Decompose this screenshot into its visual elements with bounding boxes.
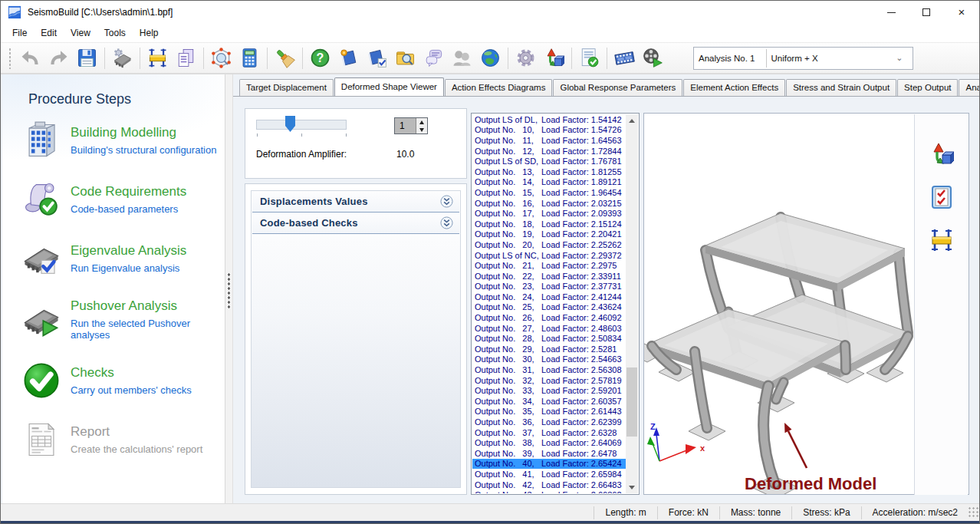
output-row[interactable]: Output No. 13,Load Factor: 1.81255 [472,166,626,177]
tab-action-effects-diagrams[interactable]: Action Effects Diagrams [445,79,553,96]
output-row[interactable]: Output No. 32,Load Factor: 2.57819 [472,375,626,386]
paintbrush-button[interactable] [271,46,299,71]
menu-item-help[interactable]: Help [133,25,166,41]
analysis-combobox[interactable]: Uniform + X ⌄ [766,49,908,68]
menu-item-tools[interactable]: Tools [97,25,133,41]
menu-item-view[interactable]: View [64,25,97,41]
calculator-button[interactable] [235,46,264,71]
tab-global-response-parameters[interactable]: Global Response Parameters [553,79,682,96]
manual-check-book-button[interactable] [363,46,391,71]
output-row[interactable]: Output No. 37,Load Factor: 2.6328 [472,427,626,438]
tab-element-action-effects[interactable]: Element Action Effects [683,79,785,96]
resize-grip[interactable] [968,507,979,518]
undo-button[interactable] [16,46,44,71]
output-row[interactable]: Output No. 23,Load Factor: 2.37731 [472,282,626,292]
output-row[interactable]: Output No. 39,Load Factor: 2.6478 [472,448,626,459]
tab-stress-and-strain-output[interactable]: Stress and Strain Output [786,79,896,96]
deformed-model-viewport[interactable]: Z x Deformed Model [643,113,969,495]
output-row[interactable]: Output No. 10,Load Factor: 1.54726 [472,125,626,136]
output-row[interactable]: Output No. 12,Load Factor: 1.72844 [472,146,626,157]
output-row[interactable]: Output No. 25,Load Factor: 2.43624 [472,302,626,313]
output-row[interactable]: Output No. 28,Load Factor: 2.50834 [472,333,626,344]
output-row[interactable]: Output No. 11,Load Factor: 1.64563 [472,135,626,146]
help-button[interactable]: ? [306,46,334,71]
redo-button[interactable] [44,46,73,71]
tab-deformed-shape-viewer[interactable]: Deformed Shape Viewer [334,77,444,96]
checks-list-button[interactable] [928,183,955,211]
tab-target-displacement[interactable]: Target Displacement [239,79,334,96]
output-row[interactable]: Output No. 18,Load Factor: 2.15124 [472,219,626,229]
output-row[interactable]: Output No. 30,Load Factor: 2.54663 [472,354,626,365]
output-row[interactable]: Output No. 33,Load Factor: 2.59201 [472,385,626,396]
close-button[interactable]: × [944,1,979,24]
output-row[interactable]: Output No. 21,Load Factor: 2.2975 [472,260,626,271]
output-row[interactable]: Output No. 19,Load Factor: 2.20421 [472,229,626,240]
settings-gear-button[interactable] [511,46,540,71]
tab-analysis-logs[interactable]: Analysis Logs [959,79,980,96]
frame-elements-button[interactable] [143,46,172,71]
double-chevron-icon[interactable] [440,216,453,229]
double-chevron-icon[interactable] [440,195,453,208]
amplifier-spinner[interactable]: 1 [394,117,428,134]
sidebar-item-code-requirements[interactable]: Code Requirements Code-based parameters [22,180,225,219]
tab-step-output[interactable]: Step Output [897,79,958,96]
output-row[interactable]: Output No. 43,Load Factor: 2.66862 [472,489,626,493]
sidebar-splitter[interactable] [225,74,233,503]
output-row[interactable]: Output LS of SD,Load Factor: 1.76781 [472,156,626,166]
output-row[interactable]: Output No. 29,Load Factor: 2.5281 [472,344,626,354]
title-bar[interactable]: SeismoBuild [C:\Users\admin\1.bpf] × [1,1,979,24]
deformed-shape-button[interactable] [540,46,568,71]
spinner-up-button[interactable] [416,118,427,126]
copy-documents-button[interactable] [172,46,200,71]
sidebar-item-checks[interactable]: Checks Carry out members' checks [22,361,225,400]
output-row[interactable]: Output No. 22,Load Factor: 2.33911 [472,271,626,282]
section-code-based-checks[interactable]: Code-based Checks [252,213,459,234]
globe-button[interactable] [476,46,505,71]
spinner-down-button[interactable] [416,126,427,133]
output-row[interactable]: Output No. 27,Load Factor: 2.48603 [472,323,626,334]
output-row[interactable]: Output No. 40,Load Factor: 2.65424 [472,459,626,470]
output-row[interactable]: Output No. 16,Load Factor: 2.03215 [472,198,626,209]
output-row[interactable]: Output No. 24,Load Factor: 2.41244 [472,292,626,302]
output-row[interactable]: Output LS of NC,Load Factor: 2.29372 [472,250,626,261]
output-row[interactable]: Output No. 42,Load Factor: 2.66483 [472,480,626,490]
output-row[interactable]: Output No. 15,Load Factor: 1.96454 [472,187,626,198]
deformed-shape-view-button[interactable] [928,140,955,168]
film-strip-button[interactable] [610,46,639,71]
minimize-button[interactable] [873,1,909,24]
menu-item-file[interactable]: File [5,25,34,41]
scroll-up-button[interactable] [626,114,638,127]
section-displacements-values[interactable]: Displacements Values [252,191,459,213]
output-row[interactable]: Output No. 14,Load Factor: 1.89121 [472,177,626,188]
scroll-down-button[interactable] [626,481,638,493]
sidebar-item-building-modelling[interactable]: Building Modelling Building's structural… [22,121,225,160]
tutorial-book-button[interactable] [334,46,363,71]
model-3d-view-button[interactable] [207,46,235,71]
list-scrollbar[interactable] [626,114,638,493]
maximize-button[interactable] [909,1,944,24]
output-row[interactable]: Output No. 34,Load Factor: 2.60357 [472,396,626,407]
feedback-button[interactable] [419,46,448,71]
processor-settings-button[interactable] [108,46,136,71]
sidebar-item-report[interactable]: Report Create the calculations' report [22,420,225,459]
report-check-button[interactable] [575,46,603,71]
sidebar-item-eigenvalue-analysis[interactable]: Eigenvalue Analysis Run Eigenvalue analy… [22,239,225,278]
output-row[interactable]: Output No. 20,Load Factor: 2.25262 [472,239,626,250]
save-button[interactable] [73,46,101,71]
output-row[interactable]: Output No. 41,Load Factor: 2.65984 [472,469,626,480]
output-row[interactable]: Output No. 35,Load Factor: 2.61443 [472,407,626,417]
movie-reel-button[interactable] [639,46,667,71]
amplifier-slider[interactable] [256,120,347,130]
menu-item-edit[interactable]: Edit [34,25,64,41]
folder-search-button[interactable] [391,46,419,71]
output-row[interactable]: Output No. 17,Load Factor: 2.09393 [472,208,626,219]
output-row[interactable]: Output No. 26,Load Factor: 2.46092 [472,312,626,323]
output-row[interactable]: Output No. 31,Load Factor: 2.56308 [472,364,626,375]
community-button[interactable] [448,46,476,71]
output-row[interactable]: Output No. 38,Load Factor: 2.64069 [472,437,626,448]
output-steps-list[interactable]: Output LS of DL,Load Factor: 1.54142Outp… [471,113,640,495]
output-row[interactable]: Output LS of DL,Load Factor: 1.54142 [472,114,626,125]
frame-elements-button[interactable] [928,226,955,254]
scrollbar-thumb[interactable] [626,367,637,437]
output-row[interactable]: Output No. 36,Load Factor: 2.62399 [472,417,626,427]
